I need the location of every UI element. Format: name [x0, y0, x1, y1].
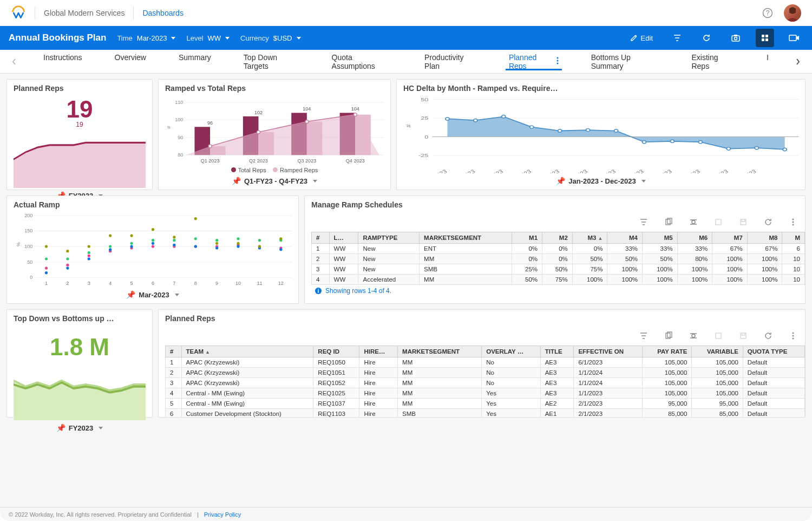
tab-quota-assumptions[interactable]: Quota Assumptions [329, 53, 396, 70]
svg-point-103 [88, 255, 90, 257]
card-period-selector[interactable]: 📌 Mar-2023 [14, 290, 292, 299]
table-row[interactable]: 3APAC (Krzyzewski)REQ1052HireMMNoAE31/1/… [166, 378, 805, 388]
settings-icon[interactable] [713, 330, 724, 341]
svg-text:2: 2 [66, 281, 69, 286]
tab-productivity-plan[interactable]: Productivity Plan [421, 53, 480, 70]
col-header[interactable]: PAY RATE [643, 346, 692, 357]
col-header[interactable]: M3▲ [572, 232, 607, 244]
col-header[interactable]: M8 [747, 232, 782, 244]
col-header[interactable]: # [166, 346, 182, 357]
camera-button[interactable] [726, 29, 745, 47]
tabs-scroll-left[interactable] [6, 54, 22, 69]
level-selector[interactable]: Level WW [186, 34, 230, 42]
col-header[interactable]: M [782, 232, 805, 244]
more-icon[interactable] [788, 330, 798, 341]
svg-point-39 [208, 145, 212, 148]
svg-rect-152 [716, 219, 721, 225]
svg-text:25: 25 [421, 115, 428, 121]
refresh-icon[interactable] [763, 217, 774, 227]
privacy-policy-link[interactable]: Privacy Policy [204, 511, 241, 518]
table-row[interactable]: 3WWNewSMB25%50%75%100%100%100%100%100%10 [312, 264, 805, 275]
save-icon[interactable] [738, 330, 749, 341]
svg-point-113 [45, 271, 48, 274]
col-header[interactable]: MARKETSEGMENT [420, 232, 512, 244]
col-header[interactable]: MARKETSEGMENT [398, 346, 482, 357]
table-row[interactable]: 1WWNewENT0%0%0%33%33%33%67%67%6 [312, 244, 805, 254]
svg-point-62 [698, 140, 702, 144]
copy-icon[interactable] [663, 330, 674, 341]
tab-planned-reps[interactable]: Planned Reps [506, 53, 562, 70]
card-period-selector[interactable]: 📌 FY2023 [14, 424, 146, 432]
col-header[interactable]: VARIABLE [692, 346, 743, 357]
filter-button[interactable] [668, 29, 686, 47]
svg-text:Apr 2023: Apr 2023 [507, 168, 532, 173]
table-row[interactable]: 2WWNewMM0%0%50%50%50%80%100%100%10 [312, 254, 805, 264]
help-button[interactable]: ? [760, 5, 775, 21]
svg-point-57 [558, 129, 562, 133]
svg-point-41 [305, 120, 309, 123]
breadcrumb-dashboards[interactable]: Dashboards [142, 9, 184, 17]
tab-menu-icon[interactable] [556, 57, 559, 66]
table-row[interactable]: 2APAC (Krzyzewski)REQ1051HireMMNoAE31/1/… [166, 368, 805, 378]
copyright-text: © 2022 Workday, Inc. All rights reserved… [9, 511, 192, 518]
breakback-icon[interactable] [688, 330, 699, 341]
col-header[interactable]: # [312, 232, 330, 244]
col-header[interactable]: M4 [607, 232, 643, 244]
table-row[interactable]: 1APAC (Krzyzewski)REQ1050HireMMNoAE36/1/… [166, 357, 805, 368]
info-icon: i [315, 287, 322, 295]
filter-icon[interactable] [638, 217, 649, 227]
card-period-selector[interactable]: 📌 Q1-FY23 - Q4-FY23 [165, 177, 384, 185]
svg-rect-5 [734, 35, 737, 36]
col-header[interactable]: M1 [512, 232, 542, 244]
col-header[interactable]: L… [329, 232, 358, 244]
copy-icon[interactable] [663, 217, 674, 227]
tab-top-down-targets[interactable]: Top Down Targets [240, 53, 303, 70]
table-row[interactable]: 5Central - MM (Ewing)REQ1037HireMMYesAE2… [166, 399, 805, 409]
present-button[interactable] [785, 29, 803, 47]
ramp-schedules-table[interactable]: #L…RAMPTYPEMARKETSEGMENTM1M2M3▲M4M5M6M7M… [311, 232, 805, 285]
col-header[interactable]: OVERLAY … [482, 346, 540, 357]
tab-instructions[interactable]: Instructions [40, 53, 86, 62]
filter-icon[interactable] [638, 330, 649, 341]
tabs-scroll-right[interactable] [790, 54, 806, 69]
more-icon[interactable] [788, 217, 798, 227]
grid-view-button[interactable] [756, 29, 774, 47]
workday-logo-icon[interactable] [11, 5, 26, 21]
tab-summary[interactable]: Summary [175, 53, 214, 62]
card-ramped-vs-total: Ramped vs Total Reps 8090100110#96Q1 202… [158, 79, 391, 190]
time-selector[interactable]: Time Mar-2023 [117, 34, 175, 42]
tab-overview[interactable]: Overview [112, 53, 149, 62]
col-header[interactable]: HIRE… [359, 346, 398, 357]
col-header[interactable]: M5 [643, 232, 678, 244]
tab-bottoms-up-summary[interactable]: Bottoms Up Summary [588, 53, 663, 70]
col-header[interactable]: RAMPTYPE [358, 232, 420, 244]
svg-point-55 [502, 115, 506, 119]
col-header[interactable]: REQ ID [313, 346, 359, 357]
svg-text:8: 8 [194, 281, 197, 286]
refresh-icon[interactable] [763, 330, 774, 341]
tab-i[interactable]: I [763, 53, 772, 62]
save-icon[interactable] [738, 217, 749, 227]
user-avatar[interactable] [784, 4, 801, 22]
col-header[interactable]: M7 [712, 232, 748, 244]
table-row[interactable]: 4Central - MM (Ewing)REQ1025HireMMYesAE3… [166, 388, 805, 399]
col-header[interactable]: EFFECTIVE ON [574, 346, 643, 357]
breakback-icon[interactable] [688, 217, 699, 227]
col-header[interactable]: M2 [542, 232, 573, 244]
svg-text:Q3 2023: Q3 2023 [297, 158, 316, 164]
table-row[interactable]: 6Customer Development (Stockton)REQ1103H… [166, 409, 805, 418]
pin-icon: 📌 [556, 177, 565, 185]
planned-reps-table[interactable]: #TEAM▲REQ IDHIRE…MARKETSEGMENTOVERLAY …T… [165, 346, 805, 417]
currency-selector[interactable]: Currency $USD [240, 34, 300, 42]
card-period-selector[interactable]: 📌 Jan-2023 - Dec-2023 [403, 177, 798, 185]
svg-point-95 [173, 239, 175, 242]
col-header[interactable]: TEAM▲ [181, 346, 313, 357]
refresh-button[interactable] [697, 29, 716, 47]
settings-icon[interactable] [713, 217, 724, 227]
edit-button[interactable]: Edit [626, 29, 657, 47]
col-header[interactable]: QUOTA TYPE [743, 346, 804, 357]
tab-existing-reps[interactable]: Existing Reps [688, 53, 737, 70]
col-header[interactable]: TITLE [540, 346, 574, 357]
col-header[interactable]: M6 [677, 232, 712, 244]
table-row[interactable]: 4WWAcceleratedMM50%75%100%100%100%100%10… [312, 275, 805, 285]
